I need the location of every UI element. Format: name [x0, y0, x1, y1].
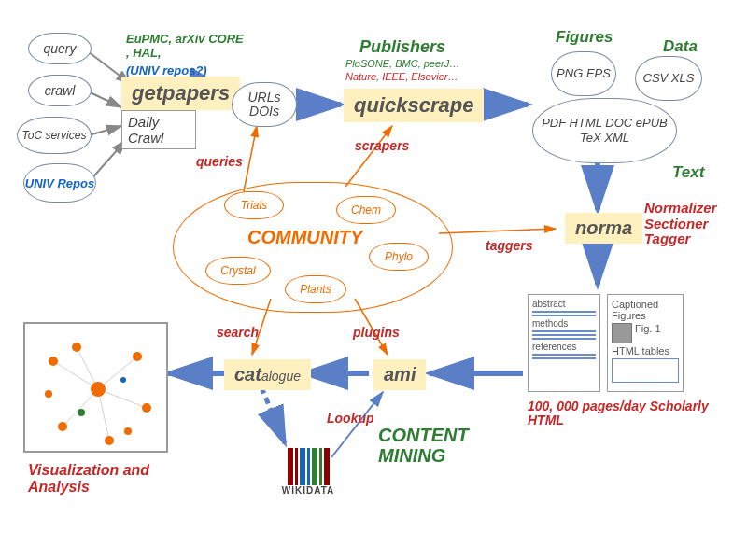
cloud-query: query [28, 33, 92, 64]
cloud-toc: ToC services [17, 117, 92, 154]
doc-tables: HTML tables [612, 345, 679, 357]
label-lookup: Lookup [327, 411, 374, 426]
svg-point-31 [105, 436, 114, 445]
cloud-text-formats: PDF HTML DOC ePUB TeX XML [532, 98, 677, 163]
svg-line-21 [98, 357, 137, 389]
cloud-crystal: Crystal [205, 257, 271, 285]
cloud-plants: Plants [285, 275, 346, 303]
doc-methods: methods [532, 318, 596, 329]
svg-point-33 [45, 390, 52, 398]
label-taggers: taggers [486, 238, 533, 253]
fig-thumbnail [612, 323, 632, 343]
viz-card [23, 322, 168, 453]
svg-line-23 [63, 389, 98, 427]
label-norma-roles: Normalizer Sectioner Tagger [644, 201, 738, 247]
svg-point-32 [72, 343, 81, 352]
svg-point-35 [78, 409, 85, 416]
svg-line-17 [439, 229, 556, 233]
table-thumbnail [612, 358, 679, 383]
svg-point-27 [49, 357, 58, 366]
svg-point-30 [58, 422, 67, 431]
box-quickscrape: quickscrape [344, 89, 484, 122]
wikidata-text: WIKIDATA [266, 485, 350, 496]
svg-line-22 [98, 389, 147, 408]
doc-references: references [532, 342, 596, 352]
svg-point-36 [120, 377, 126, 383]
getpapers-sources-blue: (UNIV repos?) [126, 63, 207, 77]
cloud-phylo: Phylo [369, 243, 429, 271]
svg-line-2 [89, 126, 121, 135]
cloud-trials: Trials [224, 191, 284, 219]
svg-line-16 [345, 126, 392, 187]
getpapers-sources-green: EuPMC, arXiv CORE , HAL, [126, 33, 247, 61]
svg-point-34 [124, 427, 132, 435]
network-graph-icon [25, 324, 170, 455]
label-queries: queries [196, 154, 243, 169]
publishers-red: Nature, IEEE, Elsevier… [345, 71, 458, 82]
cloud-univ-repos: UNIV Repos [23, 163, 96, 203]
box-daily-crawl: Daily Crawl [121, 110, 196, 149]
box-norma: norma [565, 213, 642, 244]
wikidata-logo: WIKIDATA [266, 448, 350, 496]
label-data: Data [663, 37, 698, 56]
svg-point-29 [142, 403, 151, 413]
catalogue-rest: alogue [261, 369, 301, 384]
cloud-data-formats: CSV XLS [635, 56, 702, 101]
box-ami: ami [374, 359, 426, 390]
label-figures: Figures [556, 28, 613, 47]
label-content-mining: CONTENT MINING [378, 425, 481, 466]
label-viz: Visualization and Analysis [28, 462, 159, 495]
doc-card-figures: Captioned Figures Fig. 1 HTML tables [607, 294, 684, 392]
cloud-chem: Chem [336, 196, 396, 224]
label-text: Text [672, 163, 704, 182]
cloud-crawl: crawl [28, 75, 92, 106]
doc-fig1: Fig. 1 [635, 323, 661, 343]
cloud-urls-dois: URLs DOIs [232, 82, 297, 127]
catalogue-cat: cat [234, 364, 261, 385]
doc-abstract: abstract [532, 299, 596, 309]
label-plugins: plugins [353, 325, 400, 340]
svg-line-13 [261, 387, 285, 443]
doc-captioned: Captioned Figures [612, 299, 679, 321]
label-rate: 100, 000 pages/day Scholarly HTML [528, 399, 714, 428]
svg-line-20 [53, 361, 98, 389]
label-search: search [217, 325, 259, 340]
label-publishers: Publishers [359, 37, 445, 57]
publishers-green: PloSONE, BMC, peerJ… [345, 58, 459, 69]
diagram-stage: query crawl ToC services UNIV Repos EuPM… [0, 0, 747, 560]
svg-point-26 [91, 382, 106, 397]
box-getpapers: getpapers [121, 77, 240, 110]
svg-line-24 [98, 389, 109, 441]
box-catalogue: catalogue [224, 359, 311, 390]
cloud-fig-formats: PNG EPS [551, 51, 616, 96]
doc-card-sections: abstract methods references [528, 294, 600, 392]
label-scrapers: scrapers [355, 138, 409, 153]
label-community: COMMUNITY [247, 227, 362, 248]
svg-point-28 [133, 352, 142, 361]
